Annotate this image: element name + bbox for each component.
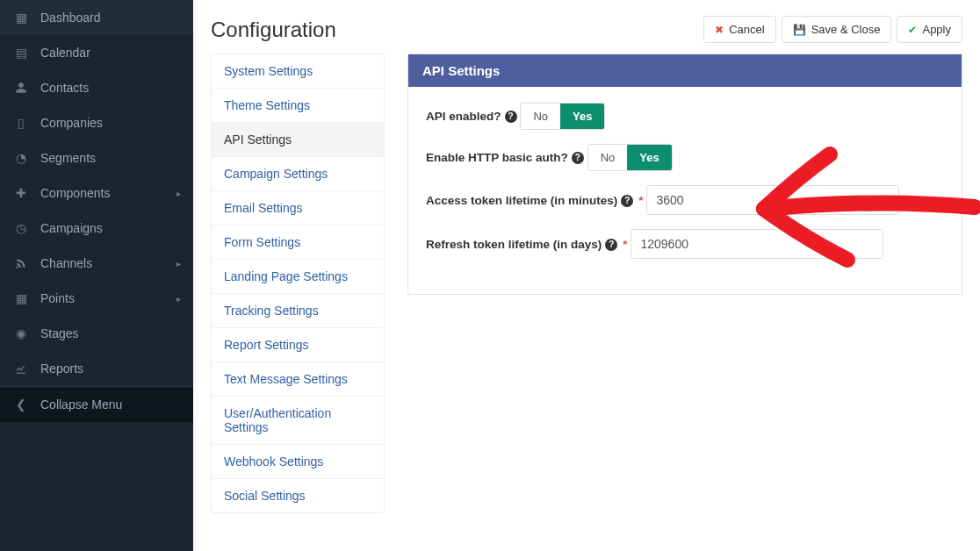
actions: ✖ Cancel 💾 Save & Close ✔ Apply: [703, 16, 962, 43]
help-icon[interactable]: ?: [505, 111, 517, 123]
main: Configuration ✖ Cancel 💾 Save & Close ✔ …: [193, 0, 980, 551]
settings-nav-webhook[interactable]: Webhook Settings: [212, 445, 384, 479]
refresh-token-input[interactable]: [631, 229, 883, 259]
sidebar-item-campaigns[interactable]: ◷ Campaigns: [0, 211, 193, 246]
api-enabled-yes[interactable]: Yes: [560, 104, 604, 129]
cancel-button[interactable]: ✖ Cancel: [703, 16, 775, 43]
refresh-token-group: Refresh token lifetime (in days) ? *: [426, 229, 944, 259]
chevron-right-icon: ▸: [177, 294, 181, 304]
cancel-label: Cancel: [729, 23, 764, 36]
settings-nav-email[interactable]: Email Settings: [212, 191, 384, 225]
help-icon[interactable]: ?: [605, 239, 617, 251]
sidebar-item-contacts[interactable]: Contacts: [0, 70, 193, 105]
sidebar-item-channels[interactable]: Channels ▸: [0, 246, 193, 281]
panel-body: API enabled? ? No Yes Enable HTTP basic …: [408, 87, 962, 294]
sidebar-item-label: Dashboard: [40, 11, 101, 25]
api-enabled-no[interactable]: No: [521, 104, 560, 129]
building-icon: ▯: [14, 116, 28, 130]
required-indicator: *: [623, 238, 627, 251]
api-settings-panel: API Settings API enabled? ? No Yes: [407, 54, 962, 295]
settings-nav-social[interactable]: Social Settings: [212, 479, 384, 512]
access-token-group: Access token lifetime (in minutes) ? *: [426, 185, 944, 215]
panel-header: API Settings: [408, 54, 962, 87]
sidebar-item-points[interactable]: ▦ Points ▸: [0, 281, 193, 316]
sidebar-item-label: Contacts: [40, 81, 89, 95]
settings-nav-campaign[interactable]: Campaign Settings: [212, 157, 384, 191]
sidebar-item-label: Calendar: [40, 46, 90, 60]
user-icon: [14, 81, 28, 95]
basic-auth-toggle: No Yes: [587, 144, 673, 171]
basic-auth-group: Enable HTTP basic auth? ? No Yes: [426, 144, 944, 171]
apply-button[interactable]: ✔ Apply: [897, 16, 962, 43]
save-icon: 💾: [793, 24, 806, 36]
sidebar-collapse[interactable]: ❮ Collapse Menu: [0, 386, 193, 422]
settings-nav-api[interactable]: API Settings: [212, 123, 384, 157]
save-close-label: Save & Close: [811, 23, 881, 36]
basic-auth-label: Enable HTTP basic auth? ?: [426, 151, 584, 164]
settings-nav-report[interactable]: Report Settings: [212, 328, 384, 362]
sidebar-item-label: Components: [40, 186, 110, 200]
sidebar-item-companies[interactable]: ▯ Companies: [0, 105, 193, 140]
pie-icon: ◔: [14, 151, 28, 165]
calendar-icon: ▤: [14, 46, 28, 60]
rss-icon: [14, 256, 28, 270]
sidebar-item-segments[interactable]: ◔ Segments: [0, 140, 193, 175]
page-title: Configuration: [211, 18, 336, 42]
api-enabled-toggle: No Yes: [520, 103, 605, 130]
main-header: Configuration ✖ Cancel 💾 Save & Close ✔ …: [193, 0, 980, 54]
help-icon[interactable]: ?: [572, 152, 584, 164]
settings-nav: System Settings Theme Settings API Setti…: [211, 54, 385, 513]
puzzle-icon: ✚: [14, 186, 28, 200]
settings-nav-tracking[interactable]: Tracking Settings: [212, 294, 384, 328]
sidebar-item-label: Points: [40, 291, 75, 305]
sidebar-item-label: Segments: [40, 151, 96, 165]
api-enabled-label: API enabled? ?: [426, 110, 517, 123]
sidebar-item-calendar[interactable]: ▤ Calendar: [0, 35, 193, 70]
refresh-token-label: Refresh token lifetime (in days) ? *: [426, 238, 628, 251]
help-icon[interactable]: ?: [621, 195, 633, 207]
chart-icon: [14, 361, 28, 376]
gauge-icon: ◉: [14, 326, 28, 340]
sidebar: ▦ Dashboard ▤ Calendar Contacts ▯ Compan…: [0, 0, 193, 551]
sidebar-item-label: Channels: [40, 256, 92, 270]
sidebar-collapse-label: Collapse Menu: [40, 397, 122, 411]
sidebar-item-label: Stages: [40, 326, 79, 340]
chevron-right-icon: ▸: [177, 189, 181, 198]
settings-nav-theme[interactable]: Theme Settings: [212, 89, 384, 123]
chevron-left-icon: ❮: [14, 397, 28, 411]
settings-nav-text[interactable]: Text Message Settings: [212, 362, 384, 397]
sidebar-item-components[interactable]: ✚ Components ▸: [0, 175, 193, 211]
api-enabled-group: API enabled? ? No Yes: [426, 103, 944, 130]
sidebar-item-stages[interactable]: ◉ Stages: [0, 316, 193, 351]
check-icon: ✔: [908, 24, 917, 36]
basic-auth-yes[interactable]: Yes: [627, 145, 671, 170]
settings-nav-user-auth[interactable]: User/Authentication Settings: [212, 397, 384, 445]
settings-nav-form[interactable]: Form Settings: [212, 225, 384, 260]
sidebar-item-label: Reports: [40, 361, 83, 376]
content-row: System Settings Theme Settings API Setti…: [193, 54, 980, 531]
sidebar-item-reports[interactable]: Reports: [0, 351, 193, 386]
sidebar-item-label: Companies: [40, 116, 103, 130]
settings-nav-landing[interactable]: Landing Page Settings: [212, 260, 384, 294]
calculator-icon: ▦: [14, 291, 28, 305]
chevron-right-icon: ▸: [177, 259, 181, 268]
access-token-label: Access token lifetime (in minutes) ? *: [426, 194, 644, 207]
settings-nav-system[interactable]: System Settings: [212, 54, 384, 89]
apply-label: Apply: [922, 23, 951, 36]
grid-icon: ▦: [14, 11, 28, 25]
save-close-button[interactable]: 💾 Save & Close: [782, 16, 892, 43]
sidebar-item-dashboard[interactable]: ▦ Dashboard: [0, 0, 193, 35]
close-icon: ✖: [715, 24, 724, 36]
required-indicator: *: [638, 194, 643, 207]
clock-icon: ◷: [14, 221, 28, 235]
access-token-input[interactable]: [646, 185, 899, 215]
sidebar-item-label: Campaigns: [40, 221, 103, 235]
basic-auth-no[interactable]: No: [588, 145, 628, 170]
